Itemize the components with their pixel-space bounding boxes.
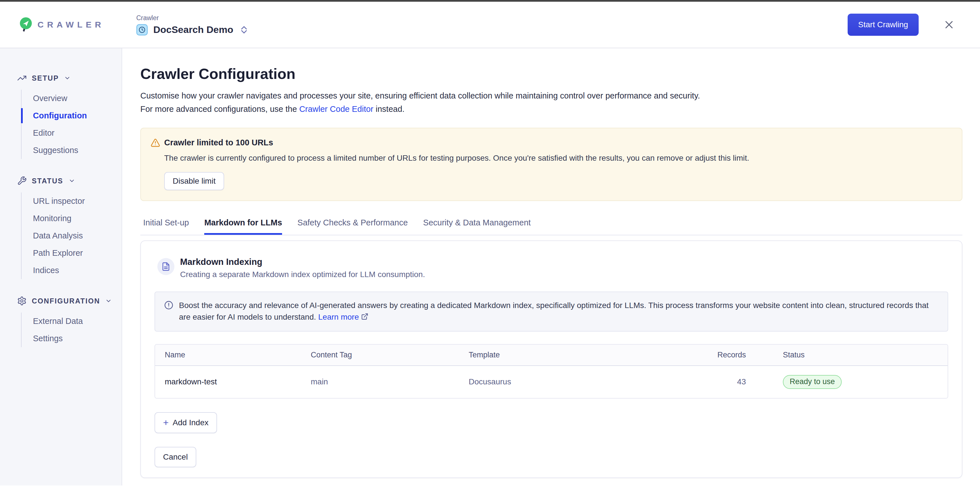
sidebar-item-external-data[interactable]: External Data [33,313,122,330]
sidebar-section-status-header[interactable]: STATUS [17,176,122,186]
sidebar-item-overview[interactable]: Overview [33,90,122,107]
card-subtitle: Creating a separate Markdown index optim… [180,270,425,279]
clock-icon [138,26,146,33]
learn-more-link[interactable]: Learn more [318,313,359,321]
gear-icon [17,296,27,306]
indices-table: Name Content Tag Template Records Status… [154,344,948,399]
wrench-icon [17,176,27,186]
cancel-button[interactable]: Cancel [154,447,196,467]
sidebar-item-editor[interactable]: Editor [33,124,122,142]
warning-title: Crawler limited to 100 URLs [164,138,273,147]
plus-icon: + [163,418,169,427]
crawler-code-editor-link[interactable]: Crawler Code Editor [299,105,373,114]
sidebar-section-label: SETUP [32,74,59,82]
sidebar-section-configuration: CONFIGURATION External Data Settings [17,296,122,347]
column-status: Status [783,345,948,365]
cell-records: 43 [628,365,783,398]
cell-content-tag: main [311,365,469,398]
app-header: CRAWLER Crawler DocSearch Demo Start Cra… [0,2,980,48]
page-description-line1: Customise how your crawler navigates and… [140,89,963,102]
config-tabs: Initial Set-up Markdown for LLMs Safety … [140,218,963,235]
sidebar-item-indices[interactable]: Indices [33,262,122,279]
close-icon[interactable] [943,19,955,30]
sidebar-section-setup: SETUP Overview Configuration Editor Sugg… [17,73,122,159]
sidebar: SETUP Overview Configuration Editor Sugg… [0,48,122,486]
chevron-down-icon [64,75,71,81]
sidebar-item-url-inspector[interactable]: URL inspector [33,192,122,210]
cell-name: markdown-test [155,365,311,398]
sidebar-section-label: CONFIGURATION [32,297,100,305]
select-chevrons-icon [241,26,247,33]
sidebar-section-setup-header[interactable]: SETUP [17,73,122,83]
crawler-logo: CRAWLER [19,17,105,32]
tab-initial-set-up[interactable]: Initial Set-up [143,218,189,235]
external-link-icon[interactable] [361,312,368,323]
sidebar-section-label: STATUS [32,177,64,185]
column-records: Records [628,345,783,365]
add-index-button[interactable]: +Add Index [154,412,217,433]
table-header-row: Name Content Tag Template Records Status [155,345,948,365]
page-title: Crawler Configuration [140,65,963,82]
info-text: Boost the accuracy and relevance of AI-g… [179,300,939,324]
status-badge: Ready to use [783,375,842,389]
crawler-selector-label: Crawler [136,14,247,22]
tab-markdown-for-llms[interactable]: Markdown for LLMs [204,218,282,235]
sidebar-section-configuration-header[interactable]: CONFIGURATION [17,296,122,306]
tab-security-data-management[interactable]: Security & Data Management [423,218,531,235]
crawler-logo-icon [19,17,32,32]
warning-banner: Crawler limited to 100 URLs The crawler … [140,128,963,201]
sidebar-item-path-explorer[interactable]: Path Explorer [33,245,122,262]
trending-up-icon [17,73,27,83]
markdown-indexing-card: Markdown Indexing Creating a separate Ma… [140,240,963,478]
chevron-down-icon [68,178,75,184]
info-callout: Boost the accuracy and relevance of AI-g… [154,292,948,332]
warning-body: The crawler is currently configured to p… [164,152,950,164]
document-icon [158,258,174,275]
start-crawling-button[interactable]: Start Crawling [848,14,919,36]
sidebar-item-suggestions[interactable]: Suggestions [33,142,122,159]
column-name: Name [155,345,311,365]
sidebar-item-data-analysis[interactable]: Data Analysis [33,227,122,245]
cell-template: Docusaurus [469,365,628,398]
column-content-tag: Content Tag [311,345,469,365]
main-content: Crawler Configuration Customise how your… [122,48,980,486]
sidebar-item-monitoring[interactable]: Monitoring [33,210,122,227]
crawler-avatar [136,24,148,35]
table-row[interactable]: markdown-test main Docusaurus 43 Ready t… [155,365,948,398]
column-template: Template [469,345,628,365]
sidebar-section-status: STATUS URL inspector Monitoring Data Ana… [17,176,122,279]
disable-limit-button[interactable]: Disable limit [164,172,224,190]
logo-wordmark: CRAWLER [38,20,105,30]
card-header: Markdown Indexing Creating a separate Ma… [158,257,948,279]
crawler-selector[interactable]: Crawler DocSearch Demo [136,14,247,35]
chevron-down-icon [105,297,112,304]
sidebar-item-configuration[interactable]: Configuration [33,107,122,124]
card-title: Markdown Indexing [180,257,262,267]
page-description-line2: For more advanced configurations, use th… [140,102,963,116]
warning-triangle-icon [151,138,160,148]
crawler-name: DocSearch Demo [153,24,234,35]
info-icon [164,301,173,310]
sidebar-item-settings[interactable]: Settings [33,330,122,347]
tab-safety-checks-performance[interactable]: Safety Checks & Performance [298,218,407,235]
